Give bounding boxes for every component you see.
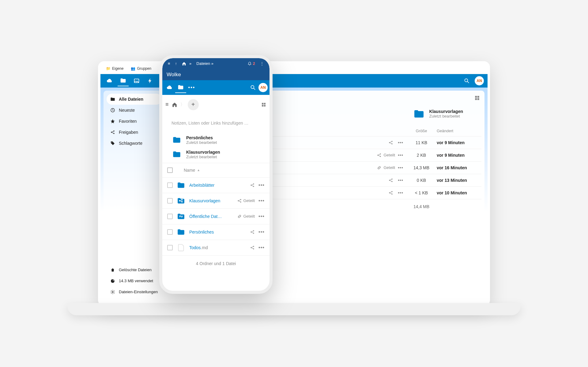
sidebar-item-label: Neueste: [119, 108, 135, 113]
up-icon[interactable]: ↑: [173, 61, 180, 66]
sidebar-item-tags[interactable]: Schlagworte: [107, 138, 162, 149]
notes-placeholder[interactable]: Notizen, Listen oder Links hinzufügen …: [162, 114, 270, 132]
nav-cloud-icon[interactable]: [104, 75, 115, 86]
folder-icon: [172, 150, 182, 159]
sidebar-item-label: Freigaben: [119, 130, 138, 135]
more-icon[interactable]: •••: [395, 153, 406, 158]
sidebar-trash[interactable]: Gelöschte Dateien: [107, 264, 162, 275]
more-icon[interactable]: •••: [395, 178, 406, 183]
share-status[interactable]: [388, 140, 395, 145]
view-grid-icon[interactable]: [474, 95, 480, 101]
col-modified[interactable]: Geändert: [437, 129, 477, 133]
hamburger-icon[interactable]: ≡: [165, 101, 169, 108]
select-all-checkbox[interactable]: [167, 167, 173, 173]
browser-tab-groups[interactable]: 👥Gruppen: [128, 65, 154, 73]
share-status[interactable]: [250, 245, 255, 250]
file-name: Öffentliche Dat…: [189, 214, 233, 219]
sidebar-item-label: Alle Dateien: [119, 97, 143, 102]
overflow-icon[interactable]: ⋮: [258, 61, 266, 66]
laptop-frame: 📁Eigene 👥Gruppen ☁ AN Alle Dateien: [98, 61, 490, 306]
more-icon[interactable]: •••: [395, 140, 406, 145]
sidebar-usage: 14.3 MB verwendet: [107, 275, 162, 286]
browser-tab-own[interactable]: 📁Eigene: [103, 65, 126, 73]
file-name: Persönliches: [189, 230, 246, 234]
summary-size: 14,4 MB: [406, 204, 437, 209]
chevron-icon: 〉: [180, 102, 185, 107]
groups-icon: 👥: [131, 66, 135, 71]
search-icon[interactable]: [461, 75, 472, 86]
sidebar-item-favorites[interactable]: Favoriten: [107, 116, 162, 127]
folder-icon: [412, 108, 426, 119]
row-checkbox[interactable]: [167, 229, 173, 235]
share-status[interactable]: [388, 190, 395, 195]
file-modified: vor 9 Minuten: [437, 140, 477, 145]
recent-sub: Zuletzt bearbeitet: [429, 114, 463, 118]
recent-card[interactable]: KlausurvorlagenZuletzt bearbeitet: [412, 108, 463, 119]
phone-statusbar: ≡ ↑ » Dateien » 2 ⋮: [162, 58, 270, 69]
file-row[interactable]: Klausurvorlagen Geteilt •••: [162, 193, 270, 209]
row-checkbox[interactable]: [167, 245, 173, 250]
nav-gallery-icon[interactable]: [131, 75, 142, 86]
recent-sub: Zuletzt bearbeitet: [186, 155, 220, 159]
recent-card[interactable]: KlausurvorlagenZuletzt bearbeitet: [172, 147, 260, 162]
folder-link-icon: [176, 212, 186, 220]
sidebar-item-all-files[interactable]: Alle Dateien: [107, 94, 162, 105]
sidebar-item-shares[interactable]: Freigaben: [107, 127, 162, 138]
sidebar-item-label: Favoriten: [119, 119, 137, 124]
file-modified: vor 10 Minuten: [437, 190, 477, 195]
share-status[interactable]: [250, 230, 255, 234]
sidebar-item-recent[interactable]: Neueste: [107, 105, 162, 116]
view-grid-icon[interactable]: [261, 102, 266, 107]
breadcrumb-files[interactable]: Dateien »: [194, 61, 216, 66]
nav-activity-icon[interactable]: [145, 75, 156, 86]
more-icon[interactable]: •••: [258, 229, 265, 235]
col-name[interactable]: Name: [184, 168, 195, 173]
share-status[interactable]: [388, 178, 395, 183]
nav-more-icon[interactable]: •••: [186, 82, 197, 93]
more-icon[interactable]: •••: [395, 190, 406, 195]
more-icon[interactable]: •••: [258, 182, 265, 188]
more-icon[interactable]: •••: [395, 165, 406, 170]
file-row[interactable]: Todos.md •••: [162, 240, 270, 256]
recent-card[interactable]: PersönlichesZuletzt bearbeitet: [172, 133, 260, 147]
row-checkbox[interactable]: [167, 182, 173, 188]
folder-share-icon: [176, 197, 186, 205]
sidebar-item-label: 14.3 MB verwendet: [119, 279, 153, 283]
avatar[interactable]: AN: [475, 76, 484, 85]
avatar[interactable]: AN: [258, 83, 268, 92]
share-status[interactable]: Geteilt: [237, 214, 255, 219]
sidebar-item-label: Dateien-Einstellungen: [119, 290, 158, 294]
file-modified: vor 13 Minuten: [437, 178, 477, 183]
col-size[interactable]: Größe: [406, 129, 437, 133]
share-status[interactable]: [250, 183, 255, 188]
phone-title: Wolke: [162, 69, 270, 80]
nav-cloud-icon[interactable]: [164, 82, 175, 93]
home-icon[interactable]: »: [179, 61, 194, 66]
sidebar-settings[interactable]: Dateien-Einstellungen: [107, 286, 162, 298]
notif-count: 2: [253, 61, 255, 66]
share-status[interactable]: Geteilt: [377, 153, 395, 158]
sidebar-item-label: Schlagworte: [119, 141, 142, 146]
row-checkbox[interactable]: [167, 214, 173, 219]
file-row[interactable]: Persönliches •••: [162, 224, 270, 240]
home-icon[interactable]: [172, 102, 177, 107]
phone-breadcrumb: ≡ 〉 +: [162, 95, 270, 114]
add-button[interactable]: +: [188, 99, 199, 110]
nav-files-icon[interactable]: [175, 82, 186, 93]
nav-files-icon[interactable]: [118, 75, 129, 86]
more-icon[interactable]: •••: [258, 245, 265, 250]
sidebar-item-label: Gelöschte Dateien: [119, 268, 152, 272]
row-checkbox[interactable]: [167, 198, 173, 204]
file-row[interactable]: Arbeitsblätter •••: [162, 178, 270, 193]
recent-title: Klausurvorlagen: [186, 150, 220, 155]
recent-sub: Zuletzt bearbeitet: [186, 140, 217, 145]
notifications[interactable]: 2: [245, 61, 258, 66]
more-icon[interactable]: •••: [258, 198, 265, 204]
search-icon[interactable]: [247, 82, 258, 93]
hamburger-icon[interactable]: ≡: [165, 61, 173, 66]
more-icon[interactable]: •••: [258, 214, 265, 219]
file-name: Arbeitsblätter: [189, 183, 246, 188]
file-row[interactable]: Öffentliche Dat… Geteilt •••: [162, 209, 270, 224]
share-status[interactable]: Geteilt: [377, 165, 395, 170]
share-status[interactable]: Geteilt: [237, 198, 255, 203]
